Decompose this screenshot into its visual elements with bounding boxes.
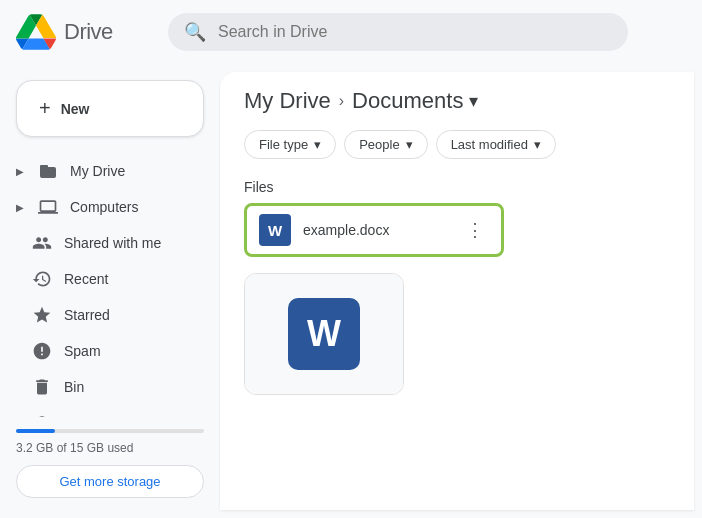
search-bar[interactable]: 🔍 bbox=[168, 13, 628, 51]
sidebar-item-bin[interactable]: Bin bbox=[0, 369, 208, 405]
sidebar-item-recent[interactable]: Recent bbox=[0, 261, 208, 297]
topbar: Drive 🔍 bbox=[0, 0, 702, 64]
plus-icon: + bbox=[39, 97, 51, 120]
file-name: example.docx bbox=[303, 222, 449, 238]
chevron-down-icon: ▾ bbox=[406, 137, 413, 152]
filter-file-type-label: File type bbox=[259, 137, 308, 152]
sidebar-item-computers[interactable]: ▶ Computers bbox=[0, 189, 208, 225]
starred-icon bbox=[32, 305, 52, 325]
sidebar-item-label: Spam bbox=[64, 343, 101, 359]
svg-rect-1 bbox=[40, 165, 48, 169]
sidebar-item-label: Bin bbox=[64, 379, 84, 395]
new-button-label: New bbox=[61, 101, 90, 117]
app-title: Drive bbox=[64, 19, 113, 45]
my-drive-icon bbox=[38, 161, 58, 181]
breadcrumb: My Drive › Documents ▾ bbox=[244, 88, 670, 114]
bin-icon bbox=[32, 377, 52, 397]
chevron-down-icon: ▾ bbox=[469, 90, 478, 112]
filter-file-type[interactable]: File type ▾ bbox=[244, 130, 336, 159]
filter-last-modified-label: Last modified bbox=[451, 137, 528, 152]
sidebar-item-storage[interactable]: Storage bbox=[0, 405, 208, 417]
get-more-storage-button[interactable]: Get more storage bbox=[16, 465, 204, 498]
sidebar-item-label: Recent bbox=[64, 271, 108, 287]
file-menu-button[interactable]: ⋮ bbox=[461, 216, 489, 244]
content-area: My Drive › Documents ▾ File type ▾ Peopl… bbox=[220, 72, 694, 510]
filter-people[interactable]: People ▾ bbox=[344, 130, 427, 159]
sidebar-item-label: Starred bbox=[64, 307, 110, 323]
breadcrumb-parent[interactable]: My Drive bbox=[244, 88, 331, 114]
word-large-icon: W bbox=[288, 298, 360, 370]
main-layout: + New ▶ My Drive ▶ bbox=[0, 64, 702, 518]
sidebar-item-label: My Drive bbox=[70, 163, 125, 179]
file-card[interactable]: W bbox=[244, 273, 404, 395]
word-file-icon: W bbox=[259, 214, 291, 246]
drive-logo-icon bbox=[16, 12, 56, 52]
sidebar-item-shared[interactable]: Shared with me bbox=[0, 225, 208, 261]
search-input[interactable] bbox=[218, 23, 612, 41]
sidebar-item-label: Computers bbox=[70, 199, 138, 215]
chevron-down-icon: ▾ bbox=[314, 137, 321, 152]
file-list-item[interactable]: W example.docx ⋮ bbox=[244, 203, 504, 257]
filter-row: File type ▾ People ▾ Last modified ▾ bbox=[244, 130, 670, 159]
arrow-icon: ▶ bbox=[16, 166, 24, 177]
filter-people-label: People bbox=[359, 137, 399, 152]
computers-icon bbox=[38, 197, 58, 217]
storage-used-text: 3.2 GB of 15 GB used bbox=[16, 441, 204, 455]
sidebar-nav: ▶ My Drive ▶ Computers bbox=[0, 153, 220, 417]
files-section-label: Files bbox=[244, 179, 670, 195]
storage-bar-fill bbox=[16, 429, 55, 433]
shared-icon bbox=[32, 233, 52, 253]
breadcrumb-current[interactable]: Documents ▾ bbox=[352, 88, 478, 114]
filter-last-modified[interactable]: Last modified ▾ bbox=[436, 130, 556, 159]
sidebar-item-starred[interactable]: Starred bbox=[0, 297, 208, 333]
sidebar: + New ▶ My Drive ▶ bbox=[0, 64, 220, 518]
storage-section: 3.2 GB of 15 GB used Get more storage bbox=[0, 417, 220, 510]
logo-area: Drive bbox=[16, 12, 156, 52]
breadcrumb-separator: › bbox=[339, 92, 344, 110]
arrow-icon: ▶ bbox=[16, 202, 24, 213]
file-card-preview: W bbox=[245, 274, 403, 394]
new-button[interactable]: + New bbox=[16, 80, 204, 137]
spam-icon bbox=[32, 341, 52, 361]
chevron-down-icon: ▾ bbox=[534, 137, 541, 152]
breadcrumb-current-label: Documents bbox=[352, 88, 463, 114]
recent-icon bbox=[32, 269, 52, 289]
sidebar-item-spam[interactable]: Spam bbox=[0, 333, 208, 369]
sidebar-item-my-drive[interactable]: ▶ My Drive bbox=[0, 153, 208, 189]
sidebar-item-label: Shared with me bbox=[64, 235, 161, 251]
search-icon: 🔍 bbox=[184, 21, 206, 43]
storage-bar-background bbox=[16, 429, 204, 433]
